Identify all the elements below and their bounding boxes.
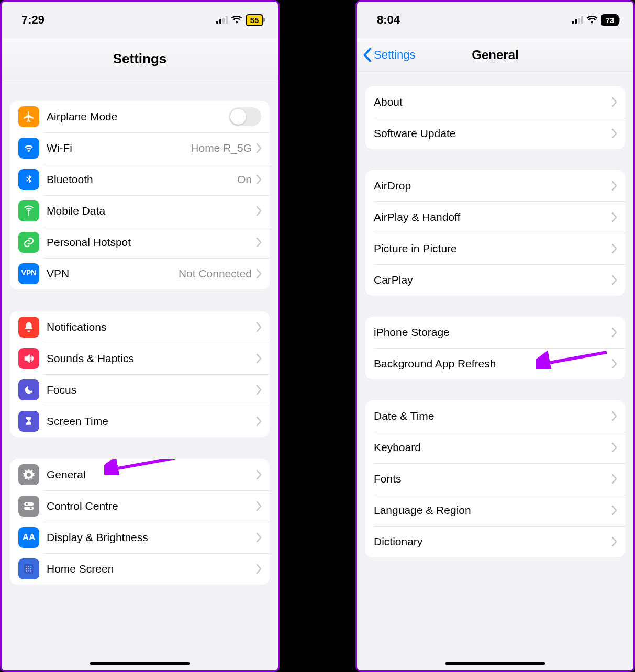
toggle-airplane[interactable] (229, 107, 261, 126)
row-controlcentre[interactable]: Control Centre (10, 490, 270, 522)
row-keyboard[interactable]: Keyboard (365, 432, 625, 463)
cell-signal-icon (572, 16, 583, 24)
chevron-right-icon (611, 275, 617, 285)
row-dictionary[interactable]: Dictionary (365, 526, 625, 557)
row-screentime[interactable]: Screen Time (10, 406, 270, 437)
svg-point-8 (26, 566, 28, 568)
row-label-homescreen: Home Screen (47, 563, 256, 575)
bluetooth-icon (18, 169, 39, 190)
aa-icon: AA (18, 527, 39, 548)
chevron-right-icon (256, 354, 261, 363)
row-label-wifi: Wi-Fi (47, 142, 191, 154)
chevron-right-icon (611, 97, 617, 107)
row-vpn[interactable]: VPNVPNNot Connected (10, 258, 270, 289)
chevron-right-icon (611, 537, 617, 546)
row-wifi[interactable]: Wi-FiHome R_5G (10, 132, 270, 164)
chevron-right-icon (256, 238, 261, 247)
row-label-vpn: VPN (47, 267, 179, 280)
row-backgroundrefresh[interactable]: Background App Refresh (365, 348, 625, 379)
home-indicator[interactable] (90, 662, 190, 665)
row-label-fonts: Fonts (374, 473, 611, 485)
home-indicator[interactable] (445, 662, 545, 665)
wifi-icon (586, 16, 598, 24)
chevron-right-icon (256, 470, 261, 479)
chevron-right-icon (256, 175, 261, 184)
row-storage[interactable]: iPhone Storage (365, 317, 625, 348)
row-bluetooth[interactable]: BluetoothOn (10, 164, 270, 195)
row-value-wifi: Home R_5G (191, 142, 252, 154)
row-label-bluetooth: Bluetooth (47, 173, 237, 186)
chevron-right-icon (256, 269, 261, 278)
row-fonts[interactable]: Fonts (365, 463, 625, 495)
battery-icon: 55 (246, 14, 263, 26)
chevron-right-icon (611, 411, 617, 421)
back-button[interactable]: Settings (363, 48, 416, 62)
row-language[interactable]: Language & Region (365, 495, 625, 526)
row-label-screentime: Screen Time (47, 415, 256, 428)
row-label-language: Language & Region (374, 504, 611, 517)
row-homescreen[interactable]: Home Screen (10, 553, 270, 585)
row-label-notifications: Notifications (47, 321, 256, 333)
row-about[interactable]: About (365, 86, 625, 118)
chevron-right-icon (256, 385, 261, 395)
svg-point-16 (30, 570, 32, 572)
chevron-right-icon (611, 359, 617, 368)
speaker-icon (18, 348, 39, 369)
row-value-bluetooth: On (237, 173, 252, 186)
page-title: Settings (113, 51, 167, 67)
row-airplay[interactable]: AirPlay & Handoff (365, 201, 625, 233)
row-label-keyboard: Keyboard (374, 441, 611, 454)
chevron-right-icon (611, 443, 617, 452)
row-hotspot[interactable]: Personal Hotspot (10, 227, 270, 258)
chevron-right-icon (256, 206, 261, 216)
cell-signal-icon (216, 16, 228, 24)
svg-text:AA: AA (23, 532, 36, 542)
row-softwareupdate[interactable]: Software Update (365, 118, 625, 149)
row-label-backgroundrefresh: Background App Refresh (374, 357, 611, 370)
row-airplane[interactable]: Airplane Mode (10, 101, 270, 132)
settings-screen: 7:29 55 Settings Airplane ModeWi-FiHome … (0, 0, 280, 672)
svg-point-10 (30, 566, 32, 568)
row-carplay[interactable]: CarPlay (365, 264, 625, 296)
svg-point-3 (26, 503, 28, 505)
row-label-mobiledata: Mobile Data (47, 205, 256, 217)
wifi-icon (231, 16, 242, 24)
svg-line-1 (112, 459, 175, 469)
nav-header: Settings General (357, 38, 633, 72)
gear-icon (18, 464, 39, 485)
status-time: 7:29 (21, 13, 44, 27)
row-datetime[interactable]: Date & Time (365, 400, 625, 432)
chevron-right-icon (256, 501, 261, 511)
settings-group: iPhone StorageBackground App Refresh (365, 317, 625, 379)
row-label-general: General (47, 468, 256, 481)
row-label-airplay: AirPlay & Handoff (374, 211, 611, 223)
row-display[interactable]: AADisplay & Brightness (10, 522, 270, 553)
row-focus[interactable]: Focus (10, 374, 270, 406)
chevron-right-icon (611, 244, 617, 253)
row-label-display: Display & Brightness (47, 531, 256, 544)
row-sounds[interactable]: Sounds & Haptics (10, 343, 270, 374)
row-label-datetime: Date & Time (374, 410, 611, 422)
row-label-carplay: CarPlay (374, 274, 611, 286)
row-notifications[interactable]: Notifications (10, 311, 270, 343)
row-label-about: About (374, 96, 611, 108)
chevron-right-icon (611, 181, 617, 191)
status-time: 8:04 (377, 13, 400, 27)
link-icon (18, 232, 39, 253)
antenna-icon (18, 200, 39, 221)
row-label-storage: iPhone Storage (374, 326, 611, 339)
svg-rect-4 (24, 507, 34, 510)
row-pip[interactable]: Picture in Picture (365, 233, 625, 264)
general-screen: 8:04 73 Settings General AboutSoftware U… (355, 0, 635, 672)
settings-group: GeneralControl CentreAADisplay & Brightn… (10, 459, 270, 585)
row-mobiledata[interactable]: Mobile Data (10, 195, 270, 227)
moon-icon (18, 379, 39, 400)
page-title: General (472, 48, 518, 62)
chevron-right-icon (611, 212, 617, 222)
airplane-icon (18, 106, 39, 127)
chevron-right-icon (256, 533, 261, 542)
svg-point-15 (28, 570, 30, 572)
bell-icon (18, 317, 39, 338)
row-general[interactable]: General (10, 459, 270, 490)
row-airdrop[interactable]: AirDrop (365, 170, 625, 201)
